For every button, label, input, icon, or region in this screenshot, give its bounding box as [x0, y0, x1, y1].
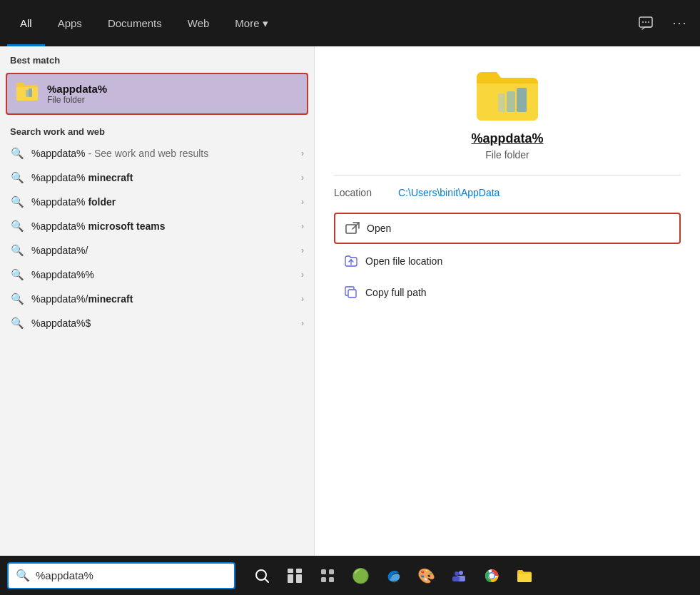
suggestion-text-1: %appdata% minecraft	[31, 172, 294, 183]
more-icon[interactable]: ···	[667, 11, 693, 36]
taskbar: 🔍 %appdata% 🟢	[0, 556, 700, 595]
svg-rect-21	[329, 577, 334, 582]
svg-point-22	[459, 571, 463, 575]
suggestion-text-2: %appdata% folder	[31, 196, 294, 208]
svg-rect-14	[288, 569, 293, 573]
right-actions: Open Open file location	[334, 213, 681, 307]
svg-rect-18	[321, 569, 326, 574]
svg-line-13	[265, 579, 268, 582]
top-nav: All Apps Documents Web More ▾ ···	[0, 0, 700, 46]
arrow-icon-4: ›	[301, 245, 304, 255]
main-content: Best match %appdata% File folder Search …	[0, 46, 700, 556]
suggestion-2[interactable]: 🔍 %appdata% folder ›	[0, 190, 314, 214]
svg-rect-20	[321, 577, 326, 582]
svg-point-2	[645, 21, 646, 23]
copy-full-path-button[interactable]: Copy full path	[334, 278, 681, 307]
tab-more[interactable]: More ▾	[222, 0, 280, 46]
svg-rect-5	[26, 90, 29, 97]
taskbar-explorer-icon[interactable]	[509, 561, 539, 591]
tab-all[interactable]: All	[7, 0, 45, 46]
search-icon-5: 🔍	[10, 268, 24, 281]
svg-rect-15	[296, 569, 302, 573]
best-match-info: %appdata% File folder	[47, 83, 107, 105]
copy-full-path-icon	[344, 285, 358, 300]
suggestion-3[interactable]: 🔍 %appdata% microsoft teams ›	[0, 214, 314, 238]
svg-point-28	[490, 573, 494, 578]
open-file-location-button[interactable]: Open file location	[334, 247, 681, 275]
arrow-icon-3: ›	[301, 221, 304, 231]
feedback-icon[interactable]	[633, 11, 659, 36]
taskbar-spotify-icon[interactable]: 🟢	[345, 561, 375, 591]
suggestion-5[interactable]: 🔍 %appdata%% ›	[0, 263, 314, 287]
arrow-icon-1: ›	[301, 173, 304, 183]
svg-rect-16	[288, 574, 293, 583]
svg-rect-25	[452, 576, 460, 581]
taskbar-paint-icon[interactable]: 🎨	[411, 561, 441, 591]
taskbar-teams-icon[interactable]	[444, 561, 474, 591]
arrow-icon-5: ›	[301, 270, 304, 280]
folder-icon-small	[16, 81, 39, 106]
taskbar-search-btn[interactable]	[247, 561, 277, 591]
arrow-icon-6: ›	[301, 294, 304, 304]
suggestion-text-7: %appdata%$	[31, 317, 294, 329]
best-match-name: %appdata%	[47, 83, 107, 95]
taskbar-task-view-icon[interactable]	[280, 561, 310, 591]
suggestion-7[interactable]: 🔍 %appdata%$ ›	[0, 311, 314, 335]
search-icon-6: 🔍	[10, 293, 24, 305]
best-match-type: File folder	[47, 95, 107, 105]
search-icon-1: 🔍	[10, 171, 24, 184]
svg-rect-11	[348, 290, 356, 298]
svg-point-3	[648, 21, 649, 23]
location-row: Location C:\Users\binit\AppData	[334, 187, 681, 198]
best-match-label: Best match	[0, 46, 314, 70]
taskbar-widgets-icon[interactable]	[313, 561, 343, 591]
taskbar-chrome-icon[interactable]	[477, 561, 507, 591]
taskbar-edge-icon[interactable]	[378, 561, 408, 591]
tab-apps[interactable]: Apps	[45, 0, 95, 46]
tab-web[interactable]: Web	[175, 0, 223, 46]
location-label: Location	[334, 187, 384, 198]
suggestion-text-0: %appdata% - See work and web results	[31, 148, 294, 159]
nav-right-icons: ···	[633, 11, 693, 36]
suggestion-6[interactable]: 🔍 %appdata%/minecraft ›	[0, 287, 314, 311]
suggestion-text-3: %appdata% microsoft teams	[31, 220, 294, 232]
right-panel: %appdata% File folder Location C:\Users\…	[314, 46, 700, 556]
arrow-icon-7: ›	[301, 318, 304, 328]
suggestion-text-5: %appdata%%	[31, 269, 294, 280]
taskbar-search-input[interactable]: %appdata%	[36, 569, 227, 581]
tab-documents[interactable]: Documents	[95, 0, 175, 46]
search-icon-7: 🔍	[10, 317, 24, 330]
search-icon-2: 🔍	[10, 195, 24, 208]
svg-rect-19	[329, 569, 334, 574]
svg-rect-17	[296, 574, 302, 583]
suggestion-0[interactable]: 🔍 %appdata% - See work and web results ›	[0, 141, 314, 166]
svg-rect-8	[498, 93, 505, 112]
copy-full-path-label: Copy full path	[365, 287, 427, 298]
svg-rect-7	[507, 91, 515, 112]
search-icon-3: 🔍	[10, 220, 24, 233]
arrow-icon-0: ›	[301, 148, 304, 158]
taskbar-search-icon: 🔍	[16, 569, 30, 582]
open-button[interactable]: Open	[334, 213, 681, 244]
suggestion-text-6: %appdata%/minecraft	[31, 293, 294, 305]
open-file-location-label: Open file location	[365, 255, 442, 267]
suggestion-4[interactable]: 🔍 %appdata%/ ›	[0, 238, 314, 263]
taskbar-icons: 🟢 🎨	[247, 561, 539, 591]
svg-point-24	[455, 571, 459, 576]
best-match-item[interactable]: %appdata% File folder	[6, 73, 308, 115]
location-value[interactable]: C:\Users\binit\AppData	[398, 187, 499, 198]
folder-icon-large	[475, 68, 539, 124]
taskbar-search-box[interactable]: 🔍 %appdata%	[7, 562, 235, 589]
svg-rect-4	[29, 88, 32, 97]
arrow-icon-2: ›	[301, 197, 304, 207]
right-divider	[334, 175, 681, 176]
search-icon-0: 🔍	[10, 147, 24, 160]
nav-tabs: All Apps Documents Web More ▾	[7, 0, 281, 46]
left-panel: Best match %appdata% File folder Search …	[0, 46, 314, 556]
open-icon	[345, 221, 360, 235]
svg-point-1	[642, 21, 644, 23]
svg-rect-6	[517, 88, 527, 112]
svg-rect-9	[346, 225, 356, 233]
suggestion-1[interactable]: 🔍 %appdata% minecraft ›	[0, 166, 314, 190]
right-title: %appdata%	[471, 131, 543, 146]
